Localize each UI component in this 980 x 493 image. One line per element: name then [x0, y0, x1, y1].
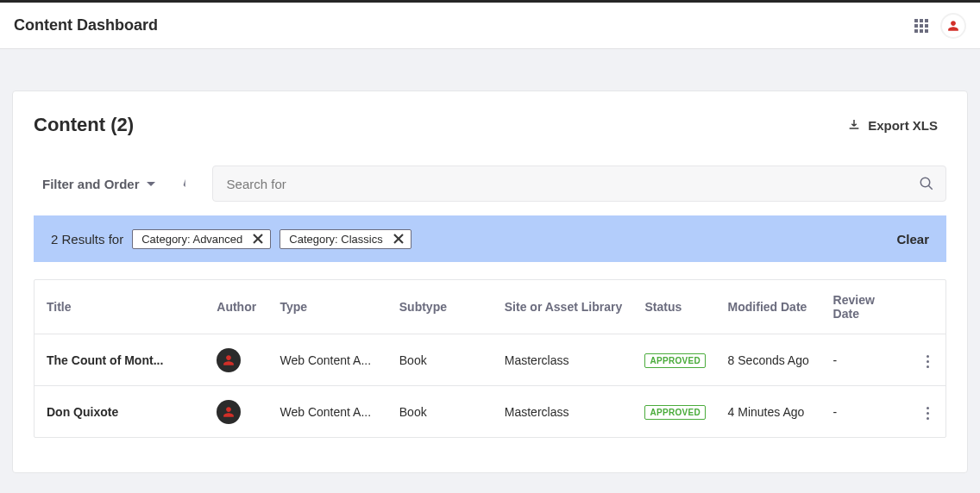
export-xls-button[interactable]: Export XLS: [847, 118, 938, 133]
user-icon: [223, 354, 235, 366]
search-icon: [919, 176, 934, 191]
user-avatar-button[interactable]: [940, 13, 966, 39]
status-badge: APPROVED: [644, 405, 706, 420]
column-header-actions: [910, 280, 945, 334]
active-filters-bar: 2 Results for Category: Advanced Categor…: [34, 215, 946, 262]
remove-filter-button[interactable]: [393, 234, 404, 244]
toolbar: Filter and Order: [13, 150, 967, 205]
card-title: Content (2): [34, 114, 134, 136]
column-header-status[interactable]: Status: [634, 280, 717, 334]
download-icon: [847, 118, 861, 132]
column-header-review[interactable]: Review Date: [823, 280, 911, 334]
cell-subtype: Book: [389, 334, 494, 386]
remove-filter-button[interactable]: [253, 234, 263, 244]
author-avatar[interactable]: [217, 400, 241, 424]
filter-chip-label: Category: Advanced: [141, 233, 242, 246]
cell-actions: [910, 386, 945, 438]
column-header-type[interactable]: Type: [269, 280, 388, 334]
sort-icon: [181, 177, 195, 190]
cell-author: [206, 334, 269, 386]
svg-point-0: [920, 178, 930, 187]
table-row[interactable]: The Count of Mont... Web Content A... Bo…: [35, 334, 945, 386]
search-box: [212, 165, 946, 202]
cell-site: Masterclass: [494, 386, 635, 438]
column-header-modified[interactable]: Modified Date: [718, 280, 823, 334]
cell-type: Web Content A...: [269, 334, 388, 386]
search-input[interactable]: [212, 165, 946, 202]
app-title: Content Dashboard: [14, 16, 158, 34]
row-actions-menu-button[interactable]: [921, 350, 934, 373]
filter-chip: Category: Classics: [280, 229, 411, 249]
author-avatar[interactable]: [217, 348, 241, 372]
cell-status: APPROVED: [634, 386, 717, 438]
filter-chip: Category: Advanced: [132, 229, 271, 249]
export-label: Export XLS: [868, 118, 938, 133]
column-header-site[interactable]: Site or Asset Library: [494, 280, 635, 334]
cell-review: -: [823, 334, 911, 386]
content-table: Title Author Type Subtype Site or Asset …: [34, 279, 946, 438]
status-badge: APPROVED: [644, 353, 706, 368]
cell-type: Web Content A...: [269, 386, 388, 438]
cell-title: The Count of Mont...: [35, 334, 206, 386]
cell-modified: 8 Seconds Ago: [718, 334, 823, 386]
column-header-subtype[interactable]: Subtype: [389, 280, 494, 334]
row-actions-menu-button[interactable]: [921, 402, 934, 425]
cell-title: Don Quixote: [35, 386, 206, 438]
search-submit-button[interactable]: [919, 176, 934, 191]
cell-subtype: Book: [389, 386, 494, 438]
sort-direction-button[interactable]: [178, 173, 198, 194]
results-count-label: 2 Results for: [51, 232, 123, 246]
apps-grid-icon[interactable]: [914, 19, 928, 33]
active-filters-left: 2 Results for Category: Advanced Categor…: [51, 229, 411, 249]
svg-line-1: [928, 185, 933, 190]
table-header-row: Title Author Type Subtype Site or Asset …: [35, 280, 945, 334]
close-icon: [393, 234, 404, 244]
filter-order-dropdown[interactable]: Filter and Order: [34, 177, 164, 191]
header-actions: [914, 13, 966, 39]
user-icon: [947, 20, 959, 32]
app-header: Content Dashboard: [0, 3, 980, 49]
cell-author: [206, 386, 269, 438]
cell-site: Masterclass: [494, 334, 635, 386]
close-icon: [253, 234, 263, 244]
cell-status: APPROVED: [634, 334, 717, 386]
filter-order-label: Filter and Order: [42, 177, 140, 191]
clear-filters-button[interactable]: Clear: [896, 232, 929, 246]
cell-actions: [910, 334, 945, 386]
filter-chip-label: Category: Classics: [289, 233, 382, 246]
table-row[interactable]: Don Quixote Web Content A... Book Master…: [35, 386, 945, 438]
user-icon: [223, 406, 235, 418]
page-body: Content (2) Export XLS Filter and Order: [0, 49, 980, 473]
cell-review: -: [823, 386, 911, 438]
content-card: Content (2) Export XLS Filter and Order: [12, 90, 968, 473]
column-header-author[interactable]: Author: [206, 280, 269, 334]
column-header-title[interactable]: Title: [35, 280, 206, 334]
chevron-down-icon: [147, 182, 155, 186]
cell-modified: 4 Minutes Ago: [718, 386, 823, 438]
card-header: Content (2) Export XLS: [13, 91, 967, 150]
